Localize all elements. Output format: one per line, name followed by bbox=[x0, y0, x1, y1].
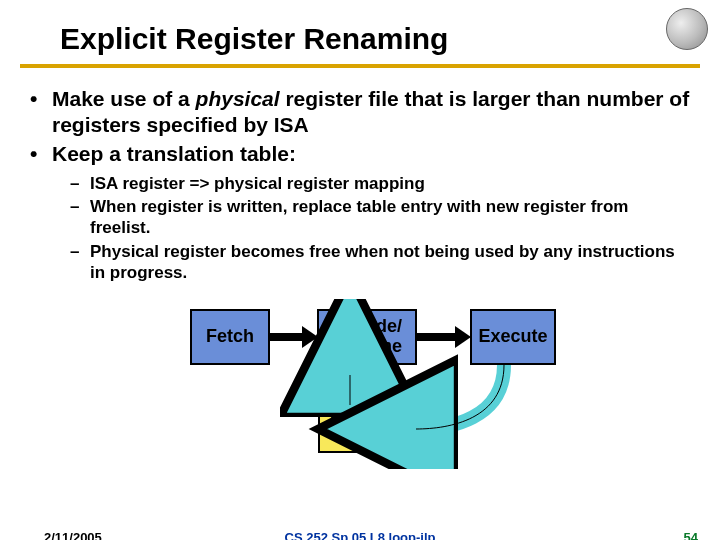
main-bullet-list: Make use of a physical register file tha… bbox=[30, 86, 690, 283]
bullet-1-text-a: Make use of a bbox=[52, 87, 196, 110]
sub-bullet-3: Physical register becomes free when not … bbox=[52, 241, 690, 284]
bullet-2: Keep a translation table: ISA register =… bbox=[30, 141, 690, 283]
pipeline-diagram: Fetch Decode/Rename Execute RenameTable bbox=[30, 299, 690, 469]
footer-course: CS 252 Sp 05 L8 loop-ilp bbox=[0, 530, 720, 540]
rename-table-box: RenameTable bbox=[318, 405, 408, 453]
slide-title: Explicit Register Renaming bbox=[0, 0, 720, 64]
university-seal-icon bbox=[666, 8, 708, 50]
bullet-1-italic: physical bbox=[196, 87, 280, 110]
footer-slide-number: 54 bbox=[684, 530, 698, 540]
execute-box: Execute bbox=[470, 309, 556, 365]
content-area: Make use of a physical register file tha… bbox=[0, 68, 720, 469]
arrow-fetch-to-decode bbox=[270, 333, 304, 341]
sub-bullet-2: When register is written, replace table … bbox=[52, 196, 690, 239]
fetch-box: Fetch bbox=[190, 309, 270, 365]
decode-rename-box: Decode/Rename bbox=[317, 309, 417, 365]
bullet-1: Make use of a physical register file tha… bbox=[30, 86, 690, 137]
sub-bullet-1: ISA register => physical register mappin… bbox=[52, 173, 690, 194]
bullet-2-text: Keep a translation table: bbox=[52, 142, 296, 165]
sub-bullet-list: ISA register => physical register mappin… bbox=[52, 173, 690, 283]
arrow-decode-to-execute bbox=[417, 333, 457, 341]
